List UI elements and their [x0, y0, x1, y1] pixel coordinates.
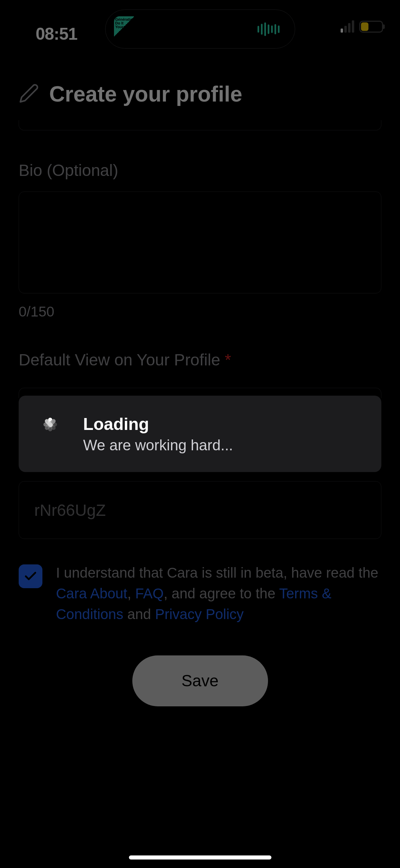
agreement-checkbox[interactable]	[19, 564, 42, 588]
required-asterisk: *	[225, 351, 231, 369]
toast-subtitle: We are working hard...	[83, 437, 233, 454]
bio-char-count: 0/150	[19, 304, 381, 320]
code-input[interactable]: rNr66UgZ	[19, 481, 381, 539]
privacy-link[interactable]: Privacy Policy	[155, 606, 244, 622]
agreement-row: I understand that Cara is still in beta,…	[19, 563, 381, 625]
audio-visualizer-icon	[258, 22, 280, 36]
status-time: 08:51	[36, 24, 77, 44]
save-button[interactable]: Save	[132, 655, 268, 706]
spinner-icon	[34, 418, 66, 450]
now-playing-artwork	[114, 16, 139, 42]
toast-title: Loading	[83, 414, 233, 434]
dynamic-island[interactable]	[105, 10, 295, 49]
cellular-signal-icon	[341, 20, 354, 33]
edit-icon	[19, 83, 39, 105]
status-right	[341, 20, 383, 33]
agreement-text: I understand that Cara is still in beta,…	[56, 563, 381, 625]
default-view-label: Default View on Your Profile *	[19, 350, 381, 369]
bio-label: Bio (Optional)	[19, 161, 381, 180]
battery-icon	[359, 21, 383, 33]
loading-toast: Loading We are working hard...	[19, 396, 381, 472]
cara-about-link[interactable]: Cara About	[56, 585, 127, 601]
faq-link[interactable]: FAQ	[135, 585, 164, 601]
page-header: Create your profile	[0, 51, 400, 120]
page-title: Create your profile	[49, 82, 242, 107]
bio-textarea[interactable]	[19, 192, 381, 293]
status-bar: 08:51	[0, 0, 400, 51]
home-indicator[interactable]	[129, 855, 271, 860]
previous-input-bottom[interactable]	[19, 120, 381, 130]
